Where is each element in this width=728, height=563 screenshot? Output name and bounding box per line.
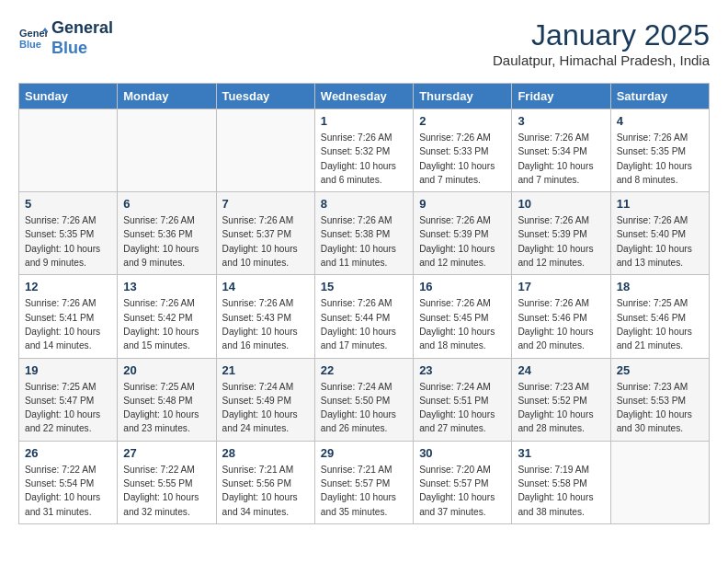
day-number: 1 [321,114,407,128]
day-info: Sunrise: 7:22 AMSunset: 5:54 PMDaylight:… [25,463,111,519]
day-number: 13 [123,280,210,293]
day-info: Sunrise: 7:26 AMSunset: 5:35 PMDaylight:… [25,213,111,270]
day-info: Sunrise: 7:26 AMSunset: 5:39 PMDaylight:… [419,213,506,270]
day-info: Sunrise: 7:19 AMSunset: 5:58 PMDaylight:… [518,463,604,519]
calendar-cell [19,109,118,192]
day-info: Sunrise: 7:26 AMSunset: 5:34 PMDaylight:… [518,131,604,187]
calendar-cell: 30Sunrise: 7:20 AMSunset: 5:57 PMDayligh… [414,441,512,523]
calendar-cell: 17Sunrise: 7:26 AMSunset: 5:46 PMDayligh… [512,275,610,358]
calendar-cell: 11Sunrise: 7:26 AMSunset: 5:40 PMDayligh… [610,192,709,275]
day-info: Sunrise: 7:26 AMSunset: 5:40 PMDaylight:… [617,213,703,270]
day-number: 29 [321,446,407,460]
calendar-cell: 12Sunrise: 7:26 AMSunset: 5:41 PMDayligh… [19,275,118,358]
weekday-header-wednesday: Wednesday [314,84,413,109]
day-info: Sunrise: 7:25 AMSunset: 5:46 PMDaylight:… [617,296,703,352]
svg-text:Blue: Blue [19,39,41,50]
calendar-cell: 21Sunrise: 7:24 AMSunset: 5:49 PMDayligh… [216,358,314,441]
logo-icon: General Blue [18,24,48,53]
day-number: 20 [123,363,210,377]
calendar-week-row: 12Sunrise: 7:26 AMSunset: 5:41 PMDayligh… [19,275,710,358]
day-info: Sunrise: 7:26 AMSunset: 5:45 PMDaylight:… [419,296,506,352]
calendar-cell: 31Sunrise: 7:19 AMSunset: 5:58 PMDayligh… [512,441,610,523]
day-number: 8 [321,197,407,211]
day-number: 15 [321,280,407,293]
calendar-cell: 15Sunrise: 7:26 AMSunset: 5:44 PMDayligh… [314,275,413,358]
calendar-cell: 20Sunrise: 7:25 AMSunset: 5:48 PMDayligh… [118,358,216,441]
weekday-header-friday: Friday [512,84,610,109]
calendar-cell: 22Sunrise: 7:24 AMSunset: 5:50 PMDayligh… [314,358,413,441]
day-number: 14 [222,280,309,293]
calendar-cell: 5Sunrise: 7:26 AMSunset: 5:35 PMDaylight… [19,192,118,275]
day-number: 6 [123,197,210,211]
day-number: 26 [25,446,111,460]
day-number: 16 [419,280,506,293]
day-info: Sunrise: 7:22 AMSunset: 5:55 PMDaylight:… [123,463,210,519]
day-info: Sunrise: 7:23 AMSunset: 5:53 PMDaylight:… [617,380,703,436]
day-info: Sunrise: 7:26 AMSunset: 5:33 PMDaylight:… [419,131,506,187]
day-number: 21 [222,363,309,377]
day-number: 22 [321,363,407,377]
calendar-cell: 14Sunrise: 7:26 AMSunset: 5:43 PMDayligh… [216,275,314,358]
day-number: 30 [419,446,506,460]
calendar-cell: 9Sunrise: 7:26 AMSunset: 5:39 PMDaylight… [414,192,512,275]
month-year-title: January 2025 [493,18,710,52]
day-info: Sunrise: 7:24 AMSunset: 5:50 PMDaylight:… [321,380,407,436]
day-info: Sunrise: 7:23 AMSunset: 5:52 PMDaylight:… [518,380,604,436]
day-info: Sunrise: 7:26 AMSunset: 5:39 PMDaylight:… [518,213,604,270]
day-number: 3 [518,114,604,128]
calendar-week-row: 19Sunrise: 7:25 AMSunset: 5:47 PMDayligh… [19,358,710,441]
calendar-week-row: 1Sunrise: 7:26 AMSunset: 5:32 PMDaylight… [19,109,710,192]
page-header: General Blue General Blue January 2025 D… [18,18,710,68]
day-info: Sunrise: 7:21 AMSunset: 5:57 PMDaylight:… [321,463,407,519]
calendar-cell: 29Sunrise: 7:21 AMSunset: 5:57 PMDayligh… [314,441,413,523]
calendar-cell: 2Sunrise: 7:26 AMSunset: 5:33 PMDaylight… [414,109,512,192]
day-info: Sunrise: 7:25 AMSunset: 5:47 PMDaylight:… [25,380,111,436]
day-info: Sunrise: 7:24 AMSunset: 5:49 PMDaylight:… [222,380,309,436]
day-number: 27 [123,446,210,460]
calendar-cell [216,109,314,192]
calendar-cell: 25Sunrise: 7:23 AMSunset: 5:53 PMDayligh… [610,358,709,441]
day-number: 28 [222,446,309,460]
location-subtitle: Daulatpur, Himachal Pradesh, India [493,52,710,68]
calendar-cell: 24Sunrise: 7:23 AMSunset: 5:52 PMDayligh… [512,358,610,441]
calendar-table: SundayMondayTuesdayWednesdayThursdayFrid… [18,83,710,524]
day-number: 23 [419,363,506,377]
day-info: Sunrise: 7:26 AMSunset: 5:44 PMDaylight:… [321,296,407,352]
calendar-cell [610,441,709,523]
day-info: Sunrise: 7:26 AMSunset: 5:42 PMDaylight:… [123,296,210,352]
calendar-cell: 19Sunrise: 7:25 AMSunset: 5:47 PMDayligh… [19,358,118,441]
weekday-header-row: SundayMondayTuesdayWednesdayThursdayFrid… [19,84,710,109]
calendar-cell: 1Sunrise: 7:26 AMSunset: 5:32 PMDaylight… [314,109,413,192]
day-number: 11 [617,197,703,211]
day-info: Sunrise: 7:26 AMSunset: 5:35 PMDaylight:… [617,131,703,187]
day-number: 9 [419,197,506,211]
calendar-cell: 8Sunrise: 7:26 AMSunset: 5:38 PMDaylight… [314,192,413,275]
weekday-header-sunday: Sunday [19,84,118,109]
calendar-cell: 16Sunrise: 7:26 AMSunset: 5:45 PMDayligh… [414,275,512,358]
day-number: 12 [25,280,111,293]
day-info: Sunrise: 7:20 AMSunset: 5:57 PMDaylight:… [419,463,506,519]
calendar-cell: 18Sunrise: 7:25 AMSunset: 5:46 PMDayligh… [610,275,709,358]
day-number: 19 [25,363,111,377]
day-info: Sunrise: 7:26 AMSunset: 5:36 PMDaylight:… [123,213,210,270]
weekday-header-monday: Monday [118,84,216,109]
day-info: Sunrise: 7:21 AMSunset: 5:56 PMDaylight:… [222,463,309,519]
day-info: Sunrise: 7:26 AMSunset: 5:32 PMDaylight:… [321,131,407,187]
calendar-cell: 13Sunrise: 7:26 AMSunset: 5:42 PMDayligh… [118,275,216,358]
day-number: 31 [518,446,604,460]
day-number: 24 [518,363,604,377]
day-info: Sunrise: 7:26 AMSunset: 5:38 PMDaylight:… [321,213,407,270]
day-info: Sunrise: 7:25 AMSunset: 5:48 PMDaylight:… [123,380,210,436]
day-info: Sunrise: 7:26 AMSunset: 5:43 PMDaylight:… [222,296,309,352]
day-number: 2 [419,114,506,128]
day-info: Sunrise: 7:24 AMSunset: 5:51 PMDaylight:… [419,380,506,436]
day-number: 17 [518,280,604,293]
calendar-cell: 3Sunrise: 7:26 AMSunset: 5:34 PMDaylight… [512,109,610,192]
logo-text: General Blue [51,18,113,58]
weekday-header-thursday: Thursday [414,84,512,109]
calendar-cell: 6Sunrise: 7:26 AMSunset: 5:36 PMDaylight… [118,192,216,275]
title-block: January 2025 Daulatpur, Himachal Pradesh… [493,18,710,68]
calendar-cell: 27Sunrise: 7:22 AMSunset: 5:55 PMDayligh… [118,441,216,523]
calendar-cell: 23Sunrise: 7:24 AMSunset: 5:51 PMDayligh… [414,358,512,441]
calendar-cell: 4Sunrise: 7:26 AMSunset: 5:35 PMDaylight… [610,109,709,192]
